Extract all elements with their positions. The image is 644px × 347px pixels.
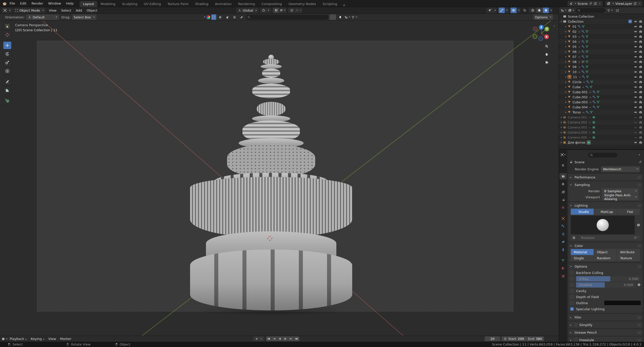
scene-selector-value[interactable]: Scene [578,2,588,6]
hide-viewport-toggle[interactable] [634,90,637,94]
blender-logo-icon[interactable] [2,1,7,6]
hide-viewport-toggle[interactable] [634,60,637,64]
tool-add-cube[interactable] [3,97,12,105]
disable-render-toggle[interactable] [639,136,642,139]
outliner-row-camera-005[interactable]: ▸Camera.005 [559,135,644,140]
properties-tab-material[interactable] [559,265,567,271]
disable-render-toggle[interactable] [639,111,642,114]
tool-scale[interactable] [3,58,12,67]
new-collection-button[interactable] [614,8,620,13]
expander-icon[interactable]: ▾ [560,20,563,23]
disable-render-toggle[interactable] [639,116,642,119]
outline-color-swatch[interactable] [604,301,641,305]
drag-select[interactable]: Select Box [72,14,96,20]
object-name[interactable]: Для фоток [568,141,585,144]
start-frame-field[interactable]: 200 [518,337,524,341]
disable-render-toggle[interactable] [639,141,642,144]
outline-checkbox[interactable] [570,301,574,305]
shadow-slider[interactable]: Shadow0.500 [576,282,636,288]
hide-viewport-toggle[interactable] [634,70,637,74]
properties-tab-constraints[interactable] [559,246,567,253]
timeline-menu-view[interactable]: View [46,337,58,341]
material-preview-ball-icon[interactable] [206,15,210,19]
blank-button[interactable] [330,14,336,20]
tool-select-box[interactable] [3,22,12,30]
outliner-row-06[interactable]: ▸06 [559,49,644,54]
properties-tab-render[interactable] [559,173,567,179]
contrast-icon[interactable] [217,14,223,20]
object-name[interactable]: 11 [573,75,577,79]
panel-film[interactable]: ▸Film⣿⣿ [568,314,643,321]
3d-viewport[interactable]: Camera Perspective (20) Scene Collection… [0,21,559,336]
outliner-row-cube-004[interactable]: ▸Cube.004 [559,105,644,110]
tool-cursor[interactable] [3,31,12,39]
pivot-point-button[interactable] [260,8,271,13]
expander-icon[interactable]: ▸ [564,111,567,113]
end-frame-field[interactable]: 380 [536,337,542,341]
object-name[interactable]: 01 [573,25,577,28]
viewlayer-selector-value[interactable]: ViewLayer [615,2,632,6]
hide-viewport-toggle[interactable] [634,126,637,129]
pin-icon[interactable] [589,2,592,5]
object-name[interactable]: Cube.003 [573,100,588,104]
outliner-row-02[interactable]: ▸02 [559,29,644,34]
backface-culling-checkbox[interactable] [570,271,574,274]
cavity-checkbox[interactable] [570,289,574,293]
object-name[interactable]: Camera.005 [568,136,587,139]
close-icon[interactable] [638,2,641,5]
expander-icon[interactable]: ▸ [564,50,567,53]
gizmos-toggle[interactable] [498,8,509,13]
menu-help[interactable]: Help [64,2,76,5]
menu-window[interactable]: Window [46,2,63,5]
studiolight-preview[interactable] [571,216,635,234]
current-frame-field[interactable]: 20 [485,336,500,341]
copy-icon[interactable] [633,2,637,5]
outliner-row-03[interactable]: ▸03 [559,34,644,39]
properties-tab-output[interactable] [559,181,567,187]
expander-icon[interactable]: ▸ [564,96,567,98]
object-name[interactable]: Camera.004 [568,131,587,134]
copy-icon[interactable] [594,2,597,5]
hide-viewport-toggle[interactable] [634,131,637,134]
properties-tab-world[interactable] [559,204,567,211]
outliner-row-для-фоток[interactable]: ▸Для фоток [559,140,644,145]
disable-render-toggle[interactable] [639,55,642,58]
outliner-row-camera-003[interactable]: ▸Camera.003 [559,125,644,130]
timeline-editor-type-button[interactable] [2,336,8,342]
object-name[interactable]: Collection [568,20,584,23]
hide-viewport-toggle[interactable] [634,45,637,48]
orientation-select[interactable]: Global [236,8,259,13]
outliner-row-11[interactable]: ▸11 [559,74,644,79]
expander-icon[interactable]: ▸ [564,76,567,78]
hide-viewport-toggle[interactable] [634,116,637,119]
disable-render-toggle[interactable] [639,126,642,129]
color-mode-texture[interactable]: Texture [617,255,640,261]
scene-selector[interactable]: Scene [567,1,603,6]
lighting-mode-matcap[interactable]: MatCap [594,209,617,215]
outliner-row-torus[interactable]: ▸Torus [559,110,644,115]
object-name[interactable]: Camera.001 [568,115,587,119]
expander-icon[interactable]: ▸ [560,121,563,123]
panel-color-header[interactable]: ▾Color⣿⣿ [568,242,643,249]
tab-sculpting[interactable]: Sculpting [119,1,140,7]
simplify-checkbox[interactable] [574,323,578,327]
display-mode-button[interactable] [568,8,574,13]
close-icon[interactable] [598,2,601,5]
object-name[interactable]: 02 [573,30,577,34]
disable-render-toggle[interactable] [639,75,642,79]
shading-wireframe-button[interactable] [530,8,536,13]
disable-render-toggle[interactable] [639,90,642,94]
menu-file[interactable]: File [7,2,18,5]
outliner-row-circle[interactable]: ▸Circle [559,79,644,84]
snap-toggle[interactable] [273,8,279,13]
tool-move[interactable] [3,41,12,49]
bookmark-icon[interactable] [337,14,343,20]
overlays-toggle[interactable] [510,8,520,13]
expander-icon[interactable]: ▸ [564,60,567,63]
hide-viewport-toggle[interactable] [634,40,637,43]
disable-render-toggle[interactable] [639,70,642,74]
properties-tab-scene[interactable] [559,197,567,203]
collection-checkbox[interactable]: ✓ [628,20,632,23]
outliner-row-07[interactable]: ▸07 [559,54,644,59]
lighting-mode-flat[interactable]: Flat [617,209,640,215]
